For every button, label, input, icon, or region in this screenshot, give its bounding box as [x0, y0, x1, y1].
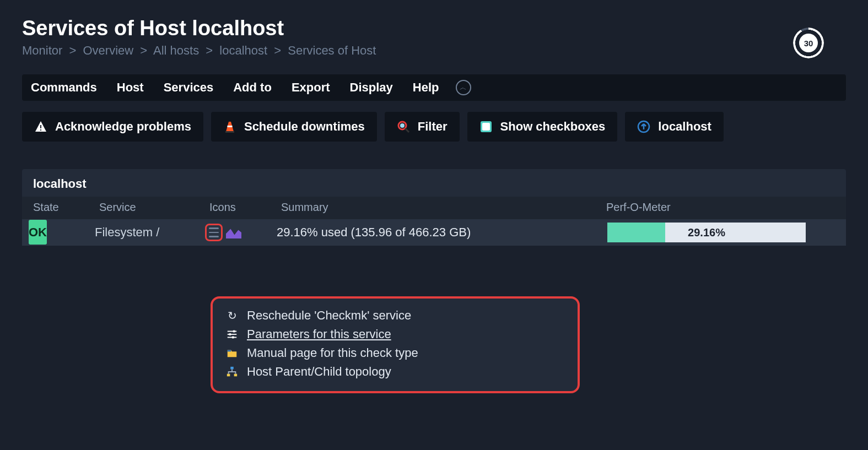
svg-rect-18 [227, 374, 230, 377]
col-icons: Icons [209, 201, 281, 214]
button-label: Filter [418, 120, 448, 134]
svg-rect-19 [234, 374, 238, 377]
col-summary: Summary [281, 201, 606, 214]
menu-help[interactable]: Help [413, 80, 439, 95]
page-title: Services of Host localhost [22, 17, 376, 40]
col-perf: Perf-O-Meter [606, 201, 810, 214]
menu-manual-page[interactable]: Manual page for this check type [225, 344, 561, 362]
service-name[interactable]: Filesystem / [95, 225, 205, 240]
menu-item-label: Parameters for this service [247, 327, 391, 341]
folder-icon [225, 347, 239, 359]
service-summary: 29.16% used (135.96 of 466.23 GB) [277, 225, 602, 240]
svg-rect-13 [233, 330, 235, 333]
schedule-downtimes-button[interactable]: Schedule downtimes [211, 112, 377, 142]
table-header: State Service Icons Summary Perf-O-Meter [22, 197, 846, 219]
sliders-icon [225, 328, 239, 340]
menu-export[interactable]: Export [292, 80, 330, 95]
traffic-cone-icon [223, 120, 236, 133]
graph-icon[interactable] [226, 226, 241, 238]
acknowledge-problems-button[interactable]: Acknowledge problems [22, 112, 203, 142]
col-state: State [33, 201, 99, 214]
menu-services[interactable]: Services [164, 80, 214, 95]
state-badge: OK [29, 220, 47, 245]
svg-rect-8 [482, 123, 490, 131]
svg-point-6 [400, 123, 405, 128]
magnifier-icon [397, 120, 410, 133]
breadcrumb: Monitor > Overview > All hosts > localho… [22, 44, 376, 58]
perf-o-meter[interactable]: 29.16% [607, 223, 806, 242]
breadcrumb-item[interactable]: Monitor [22, 44, 62, 57]
breadcrumb-item[interactable]: localhost [219, 44, 267, 57]
svg-line-5 [405, 128, 409, 132]
menu-add-to[interactable]: Add to [233, 80, 272, 95]
checkbox-icon [479, 120, 493, 133]
menu-display[interactable]: Display [350, 80, 393, 95]
menu-item-label: Manual page for this check type [247, 346, 418, 360]
button-label: Schedule downtimes [244, 120, 365, 134]
button-label: Show checkboxes [500, 120, 606, 134]
warning-icon [34, 120, 47, 133]
svg-rect-16 [228, 350, 231, 352]
breadcrumb-item[interactable]: All hosts [153, 44, 199, 57]
menu-parameters[interactable]: Parameters for this service [225, 325, 561, 344]
host-link-button[interactable]: localhost [625, 112, 724, 142]
col-service: Service [99, 201, 209, 214]
topology-icon [225, 366, 239, 378]
refresh-countdown[interactable]: 30 [793, 28, 824, 58]
table-row[interactable]: OK Filesystem / 29.16% used (135.96 of 4… [22, 219, 846, 246]
svg-rect-17 [230, 367, 234, 370]
chevron-up-icon: ︿ [460, 83, 467, 93]
arrow-up-circle-icon [637, 120, 650, 133]
menu-commands[interactable]: Commands [31, 80, 97, 95]
services-panel: localhost State Service Icons Summary Pe… [22, 169, 846, 246]
perf-label: 29.16% [688, 226, 725, 239]
menu-topology[interactable]: Host Parent/Child topology [225, 362, 561, 381]
svg-rect-15 [232, 337, 234, 339]
menubar: Commands Host Services Add to Export Dis… [22, 74, 846, 101]
refresh-countdown-value: 30 [799, 34, 818, 52]
svg-rect-2 [227, 126, 232, 127]
svg-rect-0 [40, 125, 41, 128]
svg-rect-3 [225, 131, 234, 133]
filter-button[interactable]: Filter [385, 112, 460, 142]
button-label: Acknowledge problems [55, 120, 191, 134]
menu-reschedule[interactable]: ↻ Reschedule 'Checkmk' service [225, 306, 561, 325]
breadcrumb-item[interactable]: Overview [83, 44, 133, 57]
menu-collapse-toggle[interactable]: ︿ [456, 80, 471, 95]
toolbar: Acknowledge problems Schedule downtimes … [22, 112, 846, 142]
action-menu-icon[interactable] [205, 224, 223, 241]
svg-rect-1 [40, 129, 41, 131]
button-label: localhost [658, 120, 711, 134]
panel-host-title: localhost [22, 169, 846, 197]
breadcrumb-item: Services of Host [288, 44, 376, 57]
menu-item-label: Reschedule 'Checkmk' service [247, 308, 411, 323]
action-menu-popup: ↻ Reschedule 'Checkmk' service Parameter… [211, 296, 580, 393]
menu-item-label: Host Parent/Child topology [247, 365, 391, 379]
show-checkboxes-button[interactable]: Show checkboxes [467, 112, 618, 142]
reload-icon: ↻ [225, 309, 239, 322]
svg-rect-14 [229, 333, 231, 335]
menu-host[interactable]: Host [117, 80, 144, 95]
